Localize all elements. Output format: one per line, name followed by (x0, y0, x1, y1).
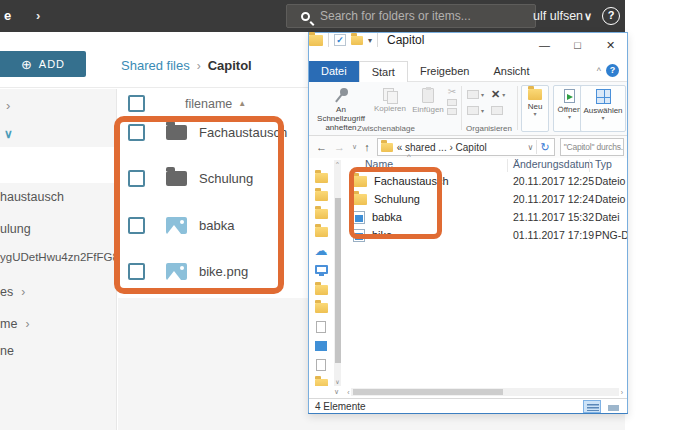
scroll-down-icon[interactable]: ∨ (334, 388, 339, 396)
properties-icon[interactable]: ✓ (334, 34, 346, 46)
copy-icon (383, 88, 397, 102)
sort-asc-icon: ▲ (238, 99, 246, 108)
move-to-button[interactable]: ▾ (467, 90, 484, 99)
scroll-left-icon[interactable]: ‹ (347, 389, 349, 396)
tab-ansicht[interactable]: Ansicht (481, 61, 541, 82)
forward-icon[interactable]: → (334, 141, 345, 153)
file-date: 20.11.2017 12:25 (513, 175, 594, 187)
maximize-button[interactable]: □ (561, 33, 594, 58)
copy-label: Kopieren (374, 104, 406, 113)
move-to-icon (467, 90, 479, 99)
this-pc-icon[interactable] (315, 265, 328, 274)
collapse-ribbon-icon[interactable]: ^ (597, 66, 601, 76)
history-chevron-icon[interactable]: ∨ (352, 143, 357, 151)
file-type: Dateio (595, 193, 627, 205)
topbar-breadcrumb-fragment[interactable]: e (4, 8, 11, 23)
nav-scrollbar[interactable]: ^ ∨ (334, 160, 341, 386)
chevron-down-icon: ▾ (601, 115, 604, 121)
sidebar-item-schulung[interactable]: ulung (0, 222, 117, 236)
column-separator[interactable] (589, 159, 590, 172)
scroll-right-icon[interactable]: › (621, 389, 623, 396)
horizontal-scrollbar[interactable]: ∨ ‹ › (309, 386, 627, 398)
help-icon[interactable]: ? (606, 64, 619, 77)
chevron-right-icon[interactable]: › (6, 98, 10, 113)
chevron-down-icon[interactable]: ∨ (584, 10, 592, 23)
sidebar-item-me[interactable]: me › (0, 317, 29, 331)
status-bar: 4 Elemente (309, 398, 627, 413)
sidebar-item-token[interactable]: ygUDetHwu4zn2FfFG8kylI850 (0, 251, 117, 263)
chevron-down-icon: ▾ (481, 108, 484, 114)
user-menu[interactable]: ulf ulfsen (533, 9, 583, 23)
thumbnail-view-icon (608, 405, 619, 411)
folder-icon[interactable] (315, 303, 328, 313)
search-input[interactable] (320, 9, 520, 23)
column-date[interactable]: Änderungsdatum (513, 158, 593, 170)
new-folder-icon[interactable] (351, 36, 363, 45)
up-icon[interactable]: ↑ (364, 141, 370, 153)
folder-icon[interactable] (315, 191, 328, 201)
chevron-down-icon[interactable]: ∨ (4, 127, 13, 141)
open-file-icon (564, 89, 575, 103)
rename-button[interactable] (491, 106, 503, 115)
scrollbar-thumb[interactable] (353, 389, 503, 395)
close-button[interactable]: ✕ (594, 33, 627, 58)
chevron-down-icon[interactable]: ∨ (528, 143, 534, 152)
document-icon[interactable] (316, 321, 326, 333)
tab-start[interactable]: Start (359, 61, 408, 82)
scissors-icon[interactable]: ✂ (448, 87, 456, 97)
chevron-down-icon: ▾ (533, 111, 536, 117)
thumbnail-view-button[interactable] (604, 400, 622, 413)
path-current[interactable]: Capitol (456, 142, 487, 153)
paste-label: Einfügen (412, 105, 444, 114)
delete-button[interactable]: ✕ ▾ (491, 89, 505, 100)
minimize-button[interactable]: — (528, 33, 561, 58)
document-icon[interactable] (316, 359, 326, 371)
breadcrumb-shared-files[interactable]: Shared files (121, 58, 190, 73)
tab-freigeben[interactable]: Freigeben (408, 61, 482, 82)
copy-path-icon[interactable] (447, 99, 457, 106)
scrollbar-track[interactable] (351, 388, 618, 396)
column-separator[interactable] (507, 159, 508, 172)
paste-shortcut-icon[interactable] (447, 108, 457, 115)
onedrive-cloud-icon[interactable]: ☁ (313, 245, 329, 257)
nav-pane[interactable]: ☁ ^ ∨ (309, 160, 345, 386)
help-icon[interactable]: ? (602, 7, 620, 25)
details-view-icon (587, 404, 599, 411)
folder-icon[interactable] (315, 173, 328, 183)
select-button[interactable]: Auswählen ▾ (580, 85, 626, 132)
explorer-search-box[interactable]: "Capitol" durchs... (560, 138, 624, 156)
sidebar-item-ne[interactable]: ne (0, 344, 14, 358)
refresh-icon[interactable]: ↻ (540, 141, 549, 154)
web-sidebar: › ∨ haustausch ulung ygUDetHwu4zn2FfFG8k… (0, 89, 117, 430)
sidebar-active-item[interactable] (0, 147, 117, 183)
back-icon[interactable]: ← (316, 141, 327, 153)
path-parent[interactable]: shared ... (405, 142, 447, 153)
folder-icon[interactable] (315, 379, 328, 386)
address-path[interactable]: « shared ... › Capitol (397, 142, 487, 153)
global-search[interactable] (286, 4, 536, 28)
explorer-search-placeholder: "Capitol" durchs... (564, 142, 624, 152)
add-button[interactable]: ⊕ ADD (0, 51, 86, 77)
paste-button[interactable]: Einfügen (409, 88, 447, 114)
breadcrumb-separator: › (197, 59, 201, 73)
new-label: Neu (528, 102, 543, 111)
details-view-button[interactable] (583, 400, 601, 413)
scroll-down-icon[interactable]: ∨ (334, 378, 341, 385)
separator (536, 140, 537, 154)
sidebar-item-fachaustausch[interactable]: haustausch (0, 190, 117, 204)
copy-to-button[interactable]: ▾ (467, 106, 484, 115)
new-folder-button[interactable]: Neu ▾ (521, 85, 549, 132)
address-box[interactable]: « shared ... › Capitol ∨ ↻ (377, 138, 555, 156)
folder-icon[interactable] (315, 209, 328, 219)
scrollbar-thumb[interactable] (335, 198, 341, 363)
column-type[interactable]: Typ (595, 158, 612, 170)
chevron-down-icon[interactable]: ▾ (368, 36, 372, 45)
tab-datei[interactable]: Datei (309, 61, 359, 82)
sidebar-item-es[interactable]: es › (0, 285, 25, 299)
drive-icon[interactable] (315, 341, 327, 351)
scroll-up-icon[interactable]: ^ (334, 161, 341, 167)
folder-icon[interactable] (315, 285, 328, 295)
explorer-titlebar[interactable]: ✓ ▾ Capitol — □ ✕ (309, 33, 627, 61)
folder-icon[interactable] (315, 227, 328, 237)
copy-button[interactable]: Kopieren (371, 88, 409, 113)
